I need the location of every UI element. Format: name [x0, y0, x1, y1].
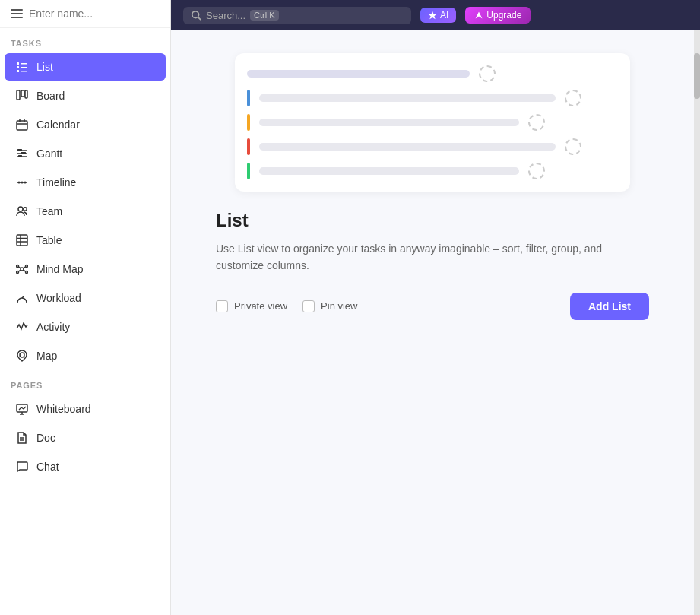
svg-rect-2	[17, 66, 19, 68]
svg-line-38	[24, 270, 26, 271]
hamburger-icon[interactable]	[11, 9, 23, 18]
sidebar-item-chat[interactable]: Chat	[5, 453, 166, 480]
svg-line-36	[18, 270, 21, 271]
upgrade-label: Upgrade	[486, 10, 521, 21]
scrollbar-thumb[interactable]	[694, 53, 700, 99]
list-view-description: Use List view to organize your tasks in …	[216, 240, 649, 274]
ai-button[interactable]: AI	[420, 8, 456, 23]
table-icon	[15, 233, 29, 247]
sidebar-item-whiteboard[interactable]: Whiteboard	[5, 395, 166, 423]
svg-point-30	[21, 268, 24, 271]
svg-rect-1	[21, 63, 27, 65]
svg-point-31	[17, 265, 19, 268]
right-panel: Search... Ctrl K AI Upgrade	[171, 0, 700, 615]
calendar-icon	[15, 118, 29, 132]
sidebar-item-mindmap-label: Mind Map	[36, 263, 83, 275]
sidebar-item-team[interactable]: Team	[5, 198, 166, 225]
svg-line-47	[198, 17, 201, 21]
preview-row-4	[247, 163, 618, 179]
pin-view-option[interactable]: Pin view	[302, 300, 357, 312]
doc-icon	[15, 431, 29, 445]
svg-marker-48	[429, 11, 437, 20]
sidebar-item-gantt[interactable]: Gantt	[5, 140, 166, 167]
map-icon	[15, 349, 29, 363]
list-icon	[15, 60, 29, 74]
sidebar-item-workload[interactable]: Workload	[5, 284, 166, 312]
svg-point-34	[26, 271, 28, 274]
add-list-button[interactable]: Add List	[570, 293, 649, 320]
sidebar-item-list[interactable]: List	[5, 53, 166, 81]
gantt-icon	[15, 147, 29, 160]
sidebar-item-gantt-label: Gantt	[36, 147, 62, 160]
search-box[interactable]: Search... Ctrl K	[183, 7, 411, 24]
svg-rect-17	[17, 149, 22, 151]
svg-point-32	[17, 271, 19, 274]
sidebar-item-timeline-label: Timeline	[36, 176, 76, 189]
svg-rect-6	[17, 90, 20, 100]
search-icon	[191, 10, 201, 21]
upgrade-icon	[474, 11, 483, 20]
sidebar-item-team-label: Team	[36, 205, 62, 217]
svg-rect-18	[21, 152, 26, 154]
team-icon	[15, 204, 29, 218]
sidebar-item-map-label: Map	[36, 350, 57, 362]
svg-rect-4	[17, 70, 19, 72]
sidebar: TASKS List Board Calendar Gantt Timeline	[0, 0, 171, 615]
list-view-title: List	[216, 210, 649, 231]
sidebar-item-doc-label: Doc	[36, 432, 55, 444]
pages-section-label: PAGES	[0, 370, 170, 395]
svg-rect-26	[17, 235, 27, 246]
svg-point-21	[18, 182, 21, 184]
upgrade-button[interactable]: Upgrade	[465, 7, 531, 24]
svg-line-35	[18, 267, 21, 268]
private-view-option[interactable]: Private view	[216, 300, 287, 312]
sidebar-item-whiteboard-label: Whiteboard	[36, 403, 91, 415]
sidebar-header	[0, 0, 170, 28]
svg-point-25	[24, 208, 27, 211]
svg-rect-7	[21, 90, 24, 97]
main-content: List Use List view to organize your task…	[171, 30, 700, 615]
search-placeholder: Search...	[206, 10, 245, 21]
sidebar-item-list-label: List	[36, 61, 53, 73]
workload-icon	[15, 291, 29, 305]
svg-rect-0	[17, 62, 19, 65]
svg-line-37	[24, 267, 26, 268]
pin-view-checkbox[interactable]	[302, 300, 315, 312]
sidebar-item-calendar[interactable]: Calendar	[5, 111, 166, 138]
svg-point-24	[18, 207, 23, 211]
svg-rect-10	[17, 121, 27, 130]
private-view-label: Private view	[234, 300, 287, 312]
sidebar-name-input[interactable]	[29, 8, 162, 20]
sidebar-item-workload-label: Workload	[36, 292, 81, 304]
preview-row-3	[247, 138, 618, 155]
activity-icon	[15, 320, 29, 334]
chat-icon	[15, 460, 29, 474]
sidebar-item-board[interactable]: Board	[5, 82, 166, 109]
preview-row-1	[247, 90, 618, 106]
svg-point-33	[26, 265, 28, 268]
svg-point-40	[20, 353, 24, 357]
sidebar-item-activity[interactable]: Activity	[5, 313, 166, 341]
private-view-checkbox[interactable]	[216, 300, 228, 312]
sidebar-item-mindmap[interactable]: Mind Map	[5, 255, 166, 283]
scrollbar[interactable]	[694, 30, 700, 615]
topbar: Search... Ctrl K AI Upgrade	[171, 0, 700, 30]
sidebar-item-table[interactable]: Table	[5, 227, 166, 254]
svg-point-22	[21, 182, 24, 184]
list-preview-card	[235, 53, 630, 192]
list-info: List Use List view to organize your task…	[216, 210, 649, 320]
sidebar-item-map[interactable]: Map	[5, 342, 166, 369]
svg-line-39	[22, 296, 24, 298]
sidebar-item-timeline[interactable]: Timeline	[5, 169, 166, 196]
svg-rect-3	[21, 67, 27, 68]
sidebar-item-doc[interactable]: Doc	[5, 424, 166, 452]
sidebar-item-activity-label: Activity	[36, 321, 70, 333]
list-options: Private view Pin view Add List	[216, 293, 649, 320]
svg-rect-19	[18, 155, 22, 157]
svg-rect-5	[21, 71, 27, 72]
preview-row-header	[247, 65, 618, 82]
board-icon	[15, 89, 29, 103]
pin-view-label: Pin view	[321, 300, 357, 312]
timeline-icon	[15, 176, 29, 189]
svg-marker-49	[476, 12, 483, 19]
